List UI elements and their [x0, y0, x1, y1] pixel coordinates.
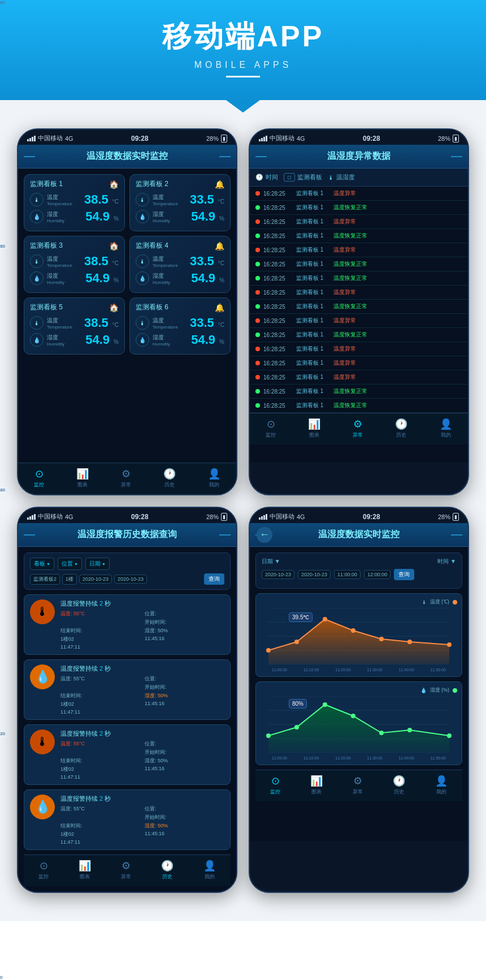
- anomaly-list: 16:28:25 监测看板 1 温度异常 16:28:25 监测看板 1 温度恢…: [250, 187, 468, 413]
- phone3-title: 温湿度报警历史数据查询: [18, 523, 236, 547]
- chart-icon-4: 📊: [310, 775, 323, 787]
- nav-history-1[interactable]: 🕐 历史: [163, 468, 176, 489]
- nav-chart-4[interactable]: 📊 图表: [310, 775, 323, 796]
- nav-user-3[interactable]: 👤 我的: [203, 860, 216, 880]
- nav-monitor-3[interactable]: ⊙ 监控: [38, 860, 49, 880]
- nav-history-2[interactable]: 🕐 历史: [395, 418, 407, 439]
- alert-card-icon-2: 🌡: [30, 729, 55, 754]
- chart-query-btn[interactable]: 查询: [394, 569, 414, 580]
- alert-start-label-0: 开始时间:: [145, 619, 224, 626]
- query-filter: 看板 ▼ 位置 ▼ 日期 ▼ 监测看板2 1楼 2020-10-23 20: [24, 552, 231, 590]
- nav-user-1[interactable]: 👤 我的: [208, 468, 220, 489]
- alert-nav-icon: ⚙: [122, 468, 131, 480]
- anomaly-board: 监测看板 1: [296, 204, 330, 211]
- anomaly-time: 16:28:25: [263, 205, 293, 211]
- header-arrow: [226, 100, 260, 113]
- alert-hum-2: 湿度: 50%: [145, 757, 224, 765]
- anomaly-board: 监测看板 1: [296, 331, 330, 339]
- anomaly-dot: [255, 389, 260, 394]
- card2-name: 监测看板 2: [136, 179, 168, 189]
- anomaly-time: 16:28:25: [263, 360, 293, 366]
- anomaly-time: 16:28:25: [263, 275, 293, 282]
- anomaly-time: 16:28:25: [263, 346, 293, 352]
- anomaly-board: 监测看板 1: [296, 387, 330, 395]
- anomaly-row: 16:28:25 监测看板 1 温度异常: [250, 215, 468, 229]
- chart-icon-3: 📊: [79, 860, 91, 872]
- bottom-nav-3: ⊙ 监控 📊 图表 ⚙ 异常 🕐 历史: [24, 854, 231, 886]
- alert-location-label-0: 位置:: [145, 610, 224, 618]
- anomaly-status: 温度恢复正常: [333, 303, 367, 310]
- anomaly-dot: [255, 234, 260, 238]
- anomaly-time: 16:28:25: [263, 403, 293, 409]
- anomaly-status: 温度恢复正常: [333, 387, 367, 395]
- monitor-card-2: 监测看板 2 🔔 🌡 温度 Temperature 33.5 °C: [129, 174, 231, 231]
- nav-user-4[interactable]: 👤 我的: [435, 775, 448, 796]
- location-dropdown[interactable]: 位置 ▼: [58, 558, 82, 570]
- history-icon-3: 🕐: [161, 860, 173, 872]
- nav-monitor-4[interactable]: ⊙ 监控: [270, 775, 280, 796]
- nav-alert-3[interactable]: ⚙ 异常: [121, 860, 131, 880]
- nav-chart-2[interactable]: 📊 图表: [308, 418, 320, 439]
- alert-card-icon-1: 💧: [30, 664, 55, 689]
- date-dropdown[interactable]: 日期 ▼: [85, 558, 110, 570]
- svg-point-24: [407, 728, 412, 732]
- alert-end-3: 11:47:11: [60, 839, 140, 845]
- nav-alert-1[interactable]: ⚙ 异常: [121, 468, 131, 489]
- nav-alert-4[interactable]: ⚙ 异常: [353, 775, 363, 796]
- board-dropdown[interactable]: 看板 ▼: [30, 558, 54, 570]
- alert-icon-1: 🏠: [109, 180, 119, 189]
- phone1-body: 监测看板 1 🏠 🌡 温度 Temperature 38.5 °C: [18, 169, 236, 463]
- anomaly-dot: [255, 361, 260, 365]
- signal-icon-3: [27, 514, 36, 520]
- status-bar-2: 中国移动 4G 09:28 28% ▮: [250, 129, 468, 145]
- anomaly-status: 温度异常: [333, 246, 356, 254]
- svg-point-10: [379, 637, 384, 641]
- anomaly-dot: [255, 347, 260, 351]
- anomaly-dot: [255, 276, 260, 280]
- anomaly-dot: [255, 191, 260, 196]
- network-1: 4G: [65, 135, 73, 142]
- nav-alert-2[interactable]: ⚙ 异常: [353, 418, 363, 439]
- nav-monitor-1[interactable]: ⊙ 监控: [34, 468, 44, 489]
- anomaly-row: 16:28:25 监测看板 1 温度异常: [250, 243, 468, 257]
- nav-user-2[interactable]: 👤 我的: [440, 418, 452, 439]
- nav-chart-1[interactable]: 📊 图表: [76, 468, 89, 489]
- battery-1: 28%: [206, 135, 219, 142]
- page-title: 移动端APP: [0, 17, 486, 57]
- alert-loc-val-1: 1楼02: [60, 701, 140, 708]
- user-icon-3: 👤: [203, 860, 216, 872]
- alert-loc-val-0: 1楼02: [60, 636, 140, 643]
- phone1-title: 温湿度数据实时监控: [18, 145, 236, 169]
- anomaly-header: 🕐 时间 □ 监测看板 🌡 温湿度: [250, 169, 468, 187]
- alert-nav-icon-3: ⚙: [122, 860, 131, 872]
- anomaly-board: 监测看板 1: [296, 402, 330, 409]
- battery-icon-3: ▮: [221, 513, 227, 521]
- humidity-chart-panel: 💧 湿度 (%) 80 60 40 20 0 80%: [255, 681, 462, 765]
- back-button[interactable]: ←: [257, 527, 272, 543]
- nav-history-4[interactable]: 🕐 历史: [393, 775, 405, 796]
- alert-end-label-2: 结束时间:: [60, 757, 140, 765]
- green-dot-legend: [453, 688, 457, 693]
- nav-monitor-2[interactable]: ⊙ 监控: [266, 418, 276, 439]
- card1-name: 监测看板 1: [30, 179, 63, 189]
- anomaly-time: 16:28:25: [263, 374, 293, 381]
- anomaly-board: 监测看板 1: [296, 373, 330, 381]
- nav-history-3[interactable]: 🕐 历史: [161, 860, 173, 880]
- temp-x-axis: 11:00:00 11:10:00 11:20:00 11:30:00 11:4…: [261, 667, 457, 672]
- alert-hum-1: 湿度: 50%: [145, 692, 224, 700]
- query-submit-btn[interactable]: 查询: [204, 573, 224, 585]
- temp-icon-2: 🌡: [136, 193, 149, 206]
- anomaly-row: 16:28:25 监测看板 1 温度异常: [250, 187, 468, 201]
- anomaly-status: 温度恢复正常: [333, 232, 367, 240]
- hum-icon-1: 💧: [30, 210, 44, 223]
- phone-2: 中国移动 4G 09:28 28% ▮ 温湿度异常数据 🕐 时间: [249, 128, 469, 495]
- user-icon-4: 👤: [435, 775, 448, 787]
- phone3-body: 看板 ▼ 位置 ▼ 日期 ▼ 监测看板2 1楼 2020-10-23 20: [18, 547, 236, 892]
- nav-chart-3[interactable]: 📊 图表: [79, 860, 91, 880]
- alert-title-1: 温度报警持续 2 秒: [60, 664, 224, 673]
- alert-location-3: [60, 814, 140, 821]
- anomaly-row: 16:28:25 监测看板 1 温度恢复正常: [250, 385, 468, 399]
- main-content: 中国移动 4G 09:28 28% ▮ 温湿度数据实时监控: [0, 100, 486, 921]
- carrier-2: 中国移动: [270, 134, 294, 143]
- date-to-value: 2020-10-23: [114, 575, 147, 584]
